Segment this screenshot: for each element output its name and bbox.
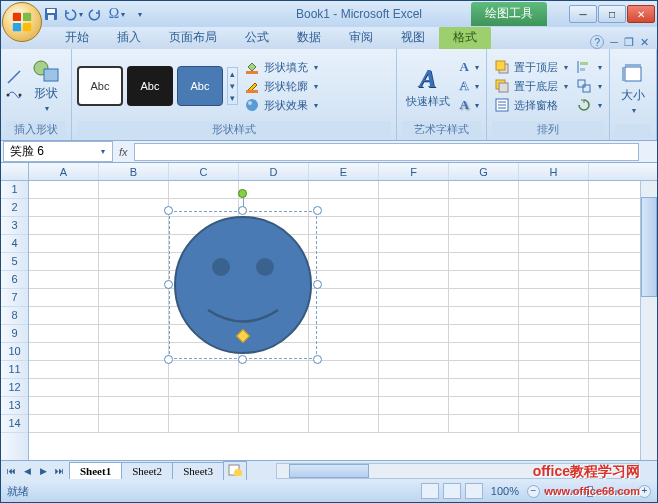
tab-format[interactable]: 格式 [439,26,491,49]
selection-pane-button[interactable]: 选择窗格 [492,96,570,114]
resize-handle[interactable] [313,206,322,215]
bring-front-button[interactable]: 置于顶层▾ [492,58,570,76]
row-header[interactable]: 3 [1,217,28,235]
shape-fill-button[interactable]: 形状填充▾ [242,58,320,76]
new-sheet-button[interactable] [223,461,247,480]
row-header[interactable]: 6 [1,271,28,289]
fx-icon[interactable]: fx [113,146,134,158]
align-button[interactable]: ▾ [574,58,604,76]
col-header[interactable]: F [379,163,449,180]
shape-style-gallery[interactable]: Abc Abc Abc [77,66,223,106]
undo-button[interactable]: ▾ [63,4,83,24]
maximize-button[interactable]: □ [598,5,626,23]
gallery-up-button[interactable]: ▴ [228,68,237,80]
resize-handle[interactable] [164,206,173,215]
help-button[interactable]: ? [590,35,604,49]
resize-handle[interactable] [238,206,247,215]
col-header[interactable]: G [449,163,519,180]
gallery-more-button[interactable]: ▾ [228,92,237,104]
col-header[interactable]: D [239,163,309,180]
edit-points-icon[interactable] [6,87,22,103]
shape-style-3[interactable]: Abc [177,66,223,106]
row-header[interactable]: 1 [1,181,28,199]
row-header[interactable]: 12 [1,379,28,397]
rotation-handle[interactable] [238,189,247,198]
resize-handle[interactable] [238,355,247,364]
group-button[interactable]: ▾ [574,77,604,95]
text-outline-button[interactable]: A▾ [458,77,481,95]
shapes-button[interactable]: 形状 ▾ [26,57,66,115]
vertical-scrollbar[interactable] [640,181,657,460]
save-button[interactable] [41,4,61,24]
qat-customize-button[interactable]: ▾ [129,4,149,24]
col-header[interactable]: A [29,163,99,180]
doc-restore-button[interactable]: ❐ [624,36,634,49]
minimize-button[interactable]: ─ [569,5,597,23]
redo-button[interactable] [85,4,105,24]
prev-sheet-button[interactable]: ◀ [19,463,35,479]
row-header[interactable]: 14 [1,415,28,433]
row-header[interactable]: 2 [1,199,28,217]
resize-handle[interactable] [164,355,173,364]
text-effects-button[interactable]: A▾ [458,96,481,114]
formula-input[interactable] [134,143,639,161]
sheet-tab-3[interactable]: Sheet3 [172,462,224,479]
select-all-corner[interactable] [1,163,29,180]
tab-home[interactable]: 开始 [51,26,103,49]
name-box-dropdown[interactable]: ▾ [101,147,105,156]
page-layout-view-button[interactable] [443,483,461,499]
text-fill-button[interactable]: A▾ [458,58,481,76]
row-header[interactable]: 4 [1,235,28,253]
last-sheet-button[interactable]: ⏭ [51,463,67,479]
omega-button[interactable]: Ω▾ [107,4,127,24]
tab-review[interactable]: 审阅 [335,26,387,49]
close-button[interactable]: ✕ [627,5,655,23]
col-header[interactable]: B [99,163,169,180]
quick-styles-button[interactable]: A 快速样式 [402,62,454,111]
shape-style-1[interactable]: Abc [77,66,123,106]
size-button[interactable]: 大小 ▾ [615,59,651,117]
resize-handle[interactable] [313,355,322,364]
send-back-button[interactable]: 置于底层▾ [492,77,570,95]
gallery-down-button[interactable]: ▾ [228,80,237,92]
cells-grid[interactable] [29,181,640,460]
doc-close-button[interactable]: ✕ [640,36,649,49]
shape-effects-button[interactable]: 形状效果▾ [242,96,320,114]
tab-view[interactable]: 视图 [387,26,439,49]
tab-formulas[interactable]: 公式 [231,26,283,49]
line-shape-icon[interactable] [6,69,22,85]
resize-handle[interactable] [164,280,173,289]
row-header[interactable]: 13 [1,397,28,415]
scrollbar-thumb[interactable] [641,197,657,297]
sheet-tab-2[interactable]: Sheet2 [121,462,173,479]
doc-minimize-button[interactable]: ─ [610,36,618,48]
next-sheet-button[interactable]: ▶ [35,463,51,479]
first-sheet-button[interactable]: ⏮ [3,463,19,479]
rotate-button[interactable]: ▾ [574,96,604,114]
shape-outline-button[interactable]: 形状轮廓▾ [242,77,320,95]
row-header[interactable]: 10 [1,343,28,361]
row-header[interactable]: 7 [1,289,28,307]
shape-style-2[interactable]: Abc [127,66,173,106]
row-header[interactable]: 5 [1,253,28,271]
zoom-out-button[interactable]: − [527,485,540,498]
normal-view-button[interactable] [421,483,439,499]
row-header[interactable]: 9 [1,325,28,343]
name-box[interactable]: 笑脸 6 [3,141,113,162]
col-header[interactable]: H [519,163,589,180]
row-header[interactable]: 8 [1,307,28,325]
tab-insert[interactable]: 插入 [103,26,155,49]
svg-rect-27 [578,80,585,87]
resize-handle[interactable] [313,280,322,289]
sheet-tab-1[interactable]: Sheet1 [69,462,122,479]
scrollbar-thumb[interactable] [289,464,369,478]
page-break-view-button[interactable] [465,483,483,499]
col-header[interactable]: C [169,163,239,180]
zoom-percent[interactable]: 100% [487,485,523,497]
selected-shape[interactable] [169,211,317,359]
office-button[interactable] [2,2,42,42]
col-header[interactable]: E [309,163,379,180]
tab-page-layout[interactable]: 页面布局 [155,26,231,49]
row-header[interactable]: 11 [1,361,28,379]
tab-data[interactable]: 数据 [283,26,335,49]
